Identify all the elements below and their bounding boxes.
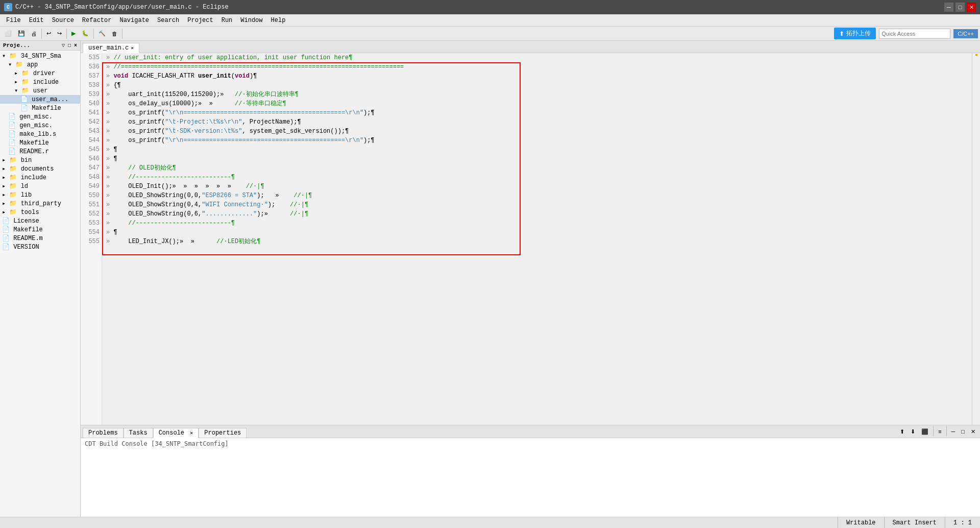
tab-tasks[interactable]: Tasks xyxy=(124,428,153,438)
status-cursor-pos: 1 : 1 xyxy=(953,519,972,526)
tree-item-make-lib[interactable]: 📄 make_lib.s xyxy=(0,130,80,138)
chevron-right-icon: ▸ xyxy=(2,183,9,190)
tree-label: License xyxy=(13,218,39,225)
status-right: Writable Smart Insert 1 : 1 xyxy=(838,517,980,529)
tree-item-include-app[interactable]: ▸ 📁 include xyxy=(0,78,80,86)
tree-item-makefile-user[interactable]: 📄 Makefile xyxy=(0,104,80,112)
run-button[interactable]: ▶ xyxy=(69,28,78,39)
tree-label: bin xyxy=(21,157,32,164)
new-button[interactable]: ⬜ xyxy=(2,28,14,39)
console-content: CDT Build Console [34_SNTP_SmartConfig] xyxy=(81,438,980,517)
menu-navigate[interactable]: Navigate xyxy=(115,16,153,25)
tree-item-readme[interactable]: 📄 README.m xyxy=(0,234,80,243)
tree-label: README.m xyxy=(13,235,43,242)
folder-icon: 📁 xyxy=(21,87,33,94)
minimize-button[interactable]: ─ xyxy=(944,3,953,12)
print-button[interactable]: 🖨 xyxy=(29,28,39,39)
status-position: 1 : 1 xyxy=(945,517,980,529)
upload-button[interactable]: ⬆ 拓扑上传 xyxy=(834,28,876,39)
toolbar-sep-4 xyxy=(122,29,122,39)
tree-item-license[interactable]: 📄 License xyxy=(0,217,80,225)
tab-close-icon[interactable]: ✕ xyxy=(131,45,134,51)
menu-project[interactable]: Project xyxy=(183,16,217,25)
tree-item-readme-app[interactable]: 📄 README.r xyxy=(0,147,80,156)
tab-problems-label: Problems xyxy=(88,429,118,437)
console-option-button[interactable]: ≡ xyxy=(936,426,944,437)
menu-run[interactable]: Run xyxy=(217,16,237,25)
tree-item-user-main[interactable]: 📄 user_ma... xyxy=(0,95,80,104)
tree-item-driver[interactable]: ▸ 📁 driver xyxy=(0,69,80,78)
console-terminate-button[interactable]: ⬛ xyxy=(919,426,931,437)
status-mode: Writable xyxy=(846,519,876,526)
console-clear-button[interactable]: ⬆ xyxy=(897,426,907,437)
redo-button[interactable]: ↪ xyxy=(55,28,64,39)
quick-access-input[interactable] xyxy=(879,29,950,39)
editor-tab-user-main[interactable]: user_main.c ✕ xyxy=(83,43,139,53)
menu-file[interactable]: File xyxy=(2,16,25,25)
save-button[interactable]: 💾 xyxy=(15,28,28,39)
undo-button[interactable]: ↩ xyxy=(44,28,54,39)
console-max-button[interactable]: □ xyxy=(959,426,967,437)
file-icon: 📄 xyxy=(2,226,13,233)
tree-item-app[interactable]: ▾ 📁 app xyxy=(0,60,80,69)
console-close-button[interactable]: ✕ xyxy=(968,426,978,437)
title-bar-controls[interactable]: ─ □ ✕ xyxy=(944,3,976,12)
tree-item-makefile-root[interactable]: 📄 Makefile xyxy=(0,225,80,234)
tree-item-lib[interactable]: ▸ 📁 lib xyxy=(0,190,80,199)
sidebar-title: Proje... xyxy=(3,42,30,49)
tree-item-bin[interactable]: ▸ 📁 bin xyxy=(0,156,80,164)
folder-icon: 📁 xyxy=(9,157,20,164)
maximize-button[interactable]: □ xyxy=(955,3,965,12)
file-icon: 📄 xyxy=(2,244,13,251)
tree-item-root[interactable]: ▾ 📁 34_SNTP_Sma xyxy=(0,52,80,60)
tree-item-version[interactable]: 📄 VERSION xyxy=(0,243,80,251)
chevron-right-icon: ▸ xyxy=(14,79,21,86)
menu-search[interactable]: Search xyxy=(153,16,183,25)
toolbar-sep-1 xyxy=(41,29,42,39)
menu-help[interactable]: Help xyxy=(267,16,290,25)
close-button[interactable]: ✕ xyxy=(967,3,976,12)
tree-label: gen_misc. xyxy=(19,122,53,129)
tree-item-makefile[interactable]: 📄 Makefile xyxy=(0,138,80,147)
console-header: CDT Build Console [34_SNTP_SmartConfig] xyxy=(85,440,976,447)
tab-console[interactable]: Console ✕ xyxy=(153,428,199,438)
tree-label: Makefile xyxy=(32,105,61,112)
tree-label: gen_misc. xyxy=(19,113,53,121)
tree-item-gen-misc-2[interactable]: 📄 gen_misc. xyxy=(0,121,80,130)
clean-button[interactable]: 🗑 xyxy=(109,28,120,39)
tab-properties[interactable]: Properties xyxy=(199,428,247,438)
toolbar: ⬜ 💾 🖨 ↩ ↪ ▶ 🐛 🔨 🗑 ⬆ 拓扑上传 C/C++ xyxy=(0,27,980,41)
perspective-button[interactable]: C/C++ xyxy=(953,29,978,38)
tree-item-tools[interactable]: ▸ 📁 tools xyxy=(0,208,80,217)
tree-item-gen-misc-1[interactable]: 📄 gen_misc. xyxy=(0,112,80,121)
title-bar: C C/C++ - 34_SNTP_SmartConfig/app/user/u… xyxy=(0,0,980,14)
status-insert-mode: Smart Insert xyxy=(893,519,937,526)
console-scroll-lock-button[interactable]: ⬇ xyxy=(908,426,918,437)
tree-item-documents[interactable]: ▸ 📁 documents xyxy=(0,164,80,173)
line-numbers: 535 536 537 538 539 540 541 542 543 544 … xyxy=(81,53,102,425)
tree-label: VERSION xyxy=(13,244,39,251)
tree-item-ld[interactable]: ▸ 📁 ld xyxy=(0,182,80,190)
editor-area: user_main.c ✕ 535 536 537 538 539 540 54… xyxy=(81,41,980,517)
chevron-right-icon: ▸ xyxy=(14,70,21,77)
folder-icon: 📁 xyxy=(9,165,20,173)
tree-item-third-party[interactable]: ▸ 📁 third_party xyxy=(0,199,80,208)
menu-source[interactable]: Source xyxy=(48,16,78,25)
upload-icon: ⬆ xyxy=(839,30,844,37)
menu-window[interactable]: Window xyxy=(236,16,266,25)
editor-right-margin[interactable] xyxy=(972,53,980,425)
tab-console-close[interactable]: ✕ xyxy=(190,430,193,436)
build-button[interactable]: 🔨 xyxy=(96,28,108,39)
tab-problems[interactable]: Problems xyxy=(83,428,124,438)
console-min-button[interactable]: ─ xyxy=(949,426,958,437)
tree-item-include[interactable]: ▸ 📁 include xyxy=(0,173,80,182)
debug-button[interactable]: 🐛 xyxy=(79,28,91,39)
menu-edit[interactable]: Edit xyxy=(25,16,48,25)
tab-label: user_main.c xyxy=(88,44,129,52)
menu-bar: File Edit Source Refactor Navigate Searc… xyxy=(0,14,980,27)
code-editor[interactable]: » // user_init: entry of user applicatio… xyxy=(102,53,972,425)
menu-refactor[interactable]: Refactor xyxy=(78,16,116,25)
file-icon: 📄 xyxy=(20,105,32,112)
tree-item-user[interactable]: ▾ 📁 user xyxy=(0,86,80,95)
chevron-right-icon: ▸ xyxy=(2,209,9,216)
